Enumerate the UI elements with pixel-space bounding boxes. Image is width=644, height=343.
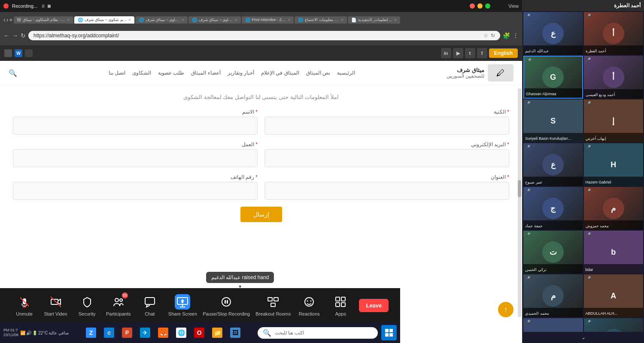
windows-logo-icon [385,328,393,337]
taskbar-gallery-icon[interactable]: 🖼 [227,326,244,340]
taskbar-opera-icon[interactable]: O [191,326,208,340]
maximize-window-btn[interactable] [485,3,490,9]
firstname-input[interactable] [13,117,258,135]
start-video-tool[interactable]: Start Video [43,294,69,316]
browser-tab-3[interactable]: 🌐 الشكاوى – ميثاق شرف... × [188,16,241,24]
nav-item-home[interactable]: الرئيسية [337,70,355,76]
view-label[interactable]: View [508,3,519,9]
tab-close-4[interactable]: × [288,18,291,22]
nav-item-media[interactable]: الميثاق في الإعلام [261,70,299,76]
browser-forward[interactable]: → [12,32,18,39]
bookmark-icon[interactable]: ☆ [483,33,488,39]
work-input[interactable] [13,149,258,167]
share-screen-tool[interactable]: Share Screen [168,294,197,316]
tab-close-2[interactable]: × [182,18,184,22]
participant-avatar-14: K [542,329,564,332]
security-label: Security [79,311,96,316]
taskbar-edge-icon[interactable]: e [100,326,118,340]
scroll-top-button[interactable]: ↑ [498,302,513,317]
reactions-tool[interactable]: Reactions [296,294,322,316]
participant-mic-icon-3: 🎤 [586,57,591,62]
new-tab-btn[interactable]: + [9,16,12,23]
lastname-input[interactable] [264,117,509,135]
refresh-icon[interactable]: ↻ [491,33,495,39]
participant-tile-11: bbdar🎤 [584,231,644,274]
address-input[interactable] [264,182,509,200]
toolbar-icon-1 [4,49,12,57]
telegram-app-icon: ✈ [140,328,150,338]
menu-icon[interactable]: ⋮ [513,32,519,39]
svg-point-22 [310,301,312,302]
taskbar-firefox-icon[interactable]: 🦊 [155,326,172,340]
windows-start-button[interactable] [381,325,397,340]
browser-tab-6[interactable]: 📄 التعليمات_التنفيذية... × [348,16,400,24]
tab-close-5[interactable]: × [341,18,343,22]
url-bar[interactable]: https://almethaq-sy.org/addcomplaint/ [33,33,481,39]
tab-close-6[interactable]: × [394,18,397,22]
pause-stop-recording-tool[interactable]: Pause/Stop Recording [203,294,250,316]
taskbar-files-icon[interactable]: 📁 [209,326,226,340]
unmute-tool[interactable]: Unmute [12,294,37,316]
english-button[interactable]: English [489,48,518,58]
back-btn[interactable]: ‹ [3,16,6,23]
minimize-window-btn[interactable] [477,3,483,9]
logo-text-line2: للصحفيين السوريين [447,73,484,79]
taskbar-telegram-icon[interactable]: ✈ [137,326,154,340]
nav-item-complaints[interactable]: الشكاوى [132,70,151,76]
extensions-icon[interactable]: 🧩 [503,32,510,39]
scrollbar-thumb[interactable] [518,180,521,197]
apps-tool[interactable]: Apps [328,294,353,316]
participant-name-bar-0: عبدالله الدغيم [523,45,583,55]
leave-button[interactable]: Leave [359,299,389,312]
taskbar-zoom-icon[interactable]: Z [82,326,100,340]
browser-tab-5[interactable]: 🌐 معلومات الاجتماع - Zoo... × [295,16,347,24]
page-scrollbar[interactable] [518,88,521,317]
participant-name-12: محمد الحميدي [525,311,549,316]
linkedin-icon[interactable]: in [441,48,451,58]
nav-item-members[interactable]: أعضاء الميثاق [191,70,220,76]
close-window-btn[interactable] [470,3,475,9]
site-search-icon[interactable]: 🔍 [9,69,17,77]
chevron-down-icon[interactable]: ⌄ [581,334,586,340]
taskbar-powerpoint-icon[interactable]: P [118,326,136,340]
tab-close-0[interactable]: × [67,18,70,22]
participants-panel: أحمد العطرة ععبدالله الدغيم🎤أأحمد العطرة… [522,0,644,343]
participant-avatar-8: ج [542,198,564,219]
twitter-icon[interactable]: t [465,48,475,58]
youtube-icon[interactable]: ▶ [453,48,463,58]
submit-button[interactable]: إرسال [240,207,282,222]
tab-close-3[interactable]: × [235,18,237,22]
participants-panel-footer: ⌄ [522,332,644,343]
browser-tab-1[interactable]: 🌐 تقديم شكوى – ميثاق شرف... × [74,16,134,24]
browser-tab-0[interactable]: W نظام الشكاوى - ميثاق - pptx [Protected… [14,16,73,24]
phone-input[interactable] [13,182,258,200]
participant-avatar-0: ع [542,23,564,44]
participant-tile-14: KKhaled Akacha🎤 [523,318,583,332]
url-bar-container[interactable]: https://almethaq-sy.org/addcomplaint/ ☆ … [28,31,500,40]
browser-tab-4[interactable]: 🌐 Post Attendee - Zoo... × [242,16,294,24]
nav-item-contact[interactable]: اتصل بنا [109,70,125,76]
form-group-email: * البريد الإلكتروني [264,141,509,167]
nav-item-membership[interactable]: طلب عضوية [158,70,184,76]
nav-item-charter[interactable]: نص الميثاق [306,70,330,76]
svg-rect-27 [385,329,389,332]
browser-back[interactable]: ← [3,32,9,39]
nav-item-news[interactable]: أخبار وتقارير [228,70,254,76]
email-input[interactable] [264,149,509,167]
svg-point-8 [120,299,122,301]
facebook-icon[interactable]: f [477,48,487,58]
required-marker-3: * [507,141,509,147]
svg-rect-18 [274,298,278,301]
participant-avatar-12: م [542,285,564,307]
chat-tool[interactable]: Chat [137,294,163,316]
participant-mic-icon-9: 🎤 [586,189,591,193]
participants-tool[interactable]: 55 Participants [106,294,131,316]
browser-tab-2[interactable]: 🌐 الشكاوى – ميثاق شرف... × [135,16,188,24]
browser-refresh[interactable]: ↻ [21,32,26,39]
breakout-rooms-tool[interactable]: Breakout Rooms [255,294,291,316]
taskbar-chrome-icon[interactable]: 🌐 [173,326,190,340]
security-tool[interactable]: Security [74,294,100,316]
windows-search-bar[interactable]: 🔍 اكتب هنا للبحث [258,327,378,339]
forward-btn[interactable]: › [6,16,9,23]
tab-close-1[interactable]: × [128,18,131,22]
